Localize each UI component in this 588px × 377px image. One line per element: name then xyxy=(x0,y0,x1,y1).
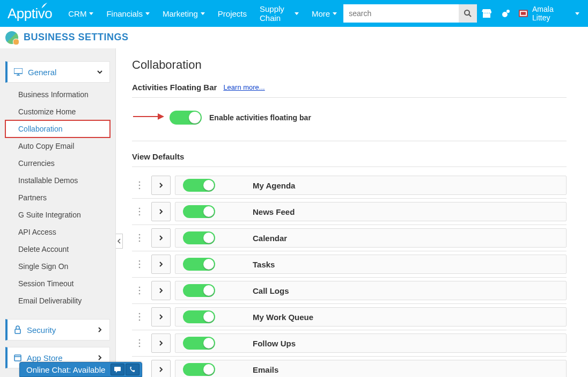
chat-call-button[interactable] xyxy=(126,364,139,375)
sidebar-item-api-access[interactable]: API Access xyxy=(5,223,110,241)
sidebar-item-installable-demos[interactable]: Installable Demos xyxy=(5,172,110,189)
nav-item-label: Financials xyxy=(106,9,143,18)
view-default-label: My Work Queue xyxy=(253,313,313,322)
enable-floating-bar-label: Enable activities floating bar xyxy=(209,113,311,122)
view-default-row: News Feed xyxy=(132,199,567,225)
svg-marker-40 xyxy=(116,371,117,373)
svg-point-2 xyxy=(502,12,508,17)
sidebar-item-delete-account[interactable]: Delete Account xyxy=(5,241,110,258)
view-default-toggle[interactable] xyxy=(183,258,215,271)
view-default-toggle[interactable] xyxy=(183,363,215,376)
nav-item-supply-chain[interactable]: Supply Chain xyxy=(253,4,305,23)
sidebar-item-customize-home[interactable]: Customize Home xyxy=(5,103,110,120)
sidebar-item-g-suite-integration[interactable]: G Suite Integration xyxy=(5,206,110,223)
svg-marker-14 xyxy=(158,113,164,120)
view-default-card: Tasks xyxy=(175,255,567,274)
monitor-icon xyxy=(14,68,23,76)
svg-point-25 xyxy=(139,264,141,265)
expand-row-button[interactable] xyxy=(151,334,171,353)
drag-handle-icon[interactable] xyxy=(132,234,147,242)
expand-row-button[interactable] xyxy=(151,255,171,274)
sidebar-item-collaboration[interactable]: Collaboration xyxy=(5,120,110,137)
user-menu[interactable]: Amala Littey xyxy=(516,5,583,22)
drag-handle-icon[interactable] xyxy=(132,286,147,295)
nav-item-crm[interactable]: CRM xyxy=(62,9,100,18)
view-default-toggle[interactable] xyxy=(183,205,215,218)
svg-point-24 xyxy=(139,260,141,262)
store-icon[interactable] xyxy=(477,0,496,27)
svg-point-29 xyxy=(139,293,141,295)
chat-icon xyxy=(114,366,121,373)
notification-icon[interactable] xyxy=(496,0,516,27)
view-default-card: Follow Ups xyxy=(175,334,567,353)
caret-down-icon xyxy=(201,12,205,15)
expand-row-button[interactable] xyxy=(151,176,171,195)
view-default-toggle[interactable] xyxy=(183,231,215,244)
svg-point-20 xyxy=(139,214,141,216)
page-breadcrumb[interactable]: BUSINESS SETTINGS xyxy=(24,32,129,43)
caret-down-icon xyxy=(575,12,579,15)
view-default-toggle[interactable] xyxy=(183,284,215,297)
sidebar-item-email-deliverability[interactable]: Email Deliverability xyxy=(5,292,110,309)
view-default-card: My Agenda xyxy=(175,176,567,195)
svg-point-34 xyxy=(139,343,141,344)
search-input[interactable] xyxy=(343,4,459,23)
svg-point-15 xyxy=(139,182,141,183)
search-group xyxy=(343,4,477,23)
svg-point-22 xyxy=(139,237,141,239)
view-defaults-list: My AgendaNews FeedCalendarTasksCall Logs… xyxy=(132,172,567,377)
drag-handle-icon[interactable] xyxy=(132,313,147,321)
chat-bar[interactable]: Online Chat: Available xyxy=(19,362,142,377)
enable-floating-bar-toggle[interactable] xyxy=(170,111,202,125)
sidebar-collapse-handle[interactable] xyxy=(116,234,123,249)
sidebar-section-security[interactable]: Security xyxy=(5,319,110,340)
view-default-card: Call Logs xyxy=(175,281,567,300)
svg-point-3 xyxy=(506,10,510,13)
sidebar-section-general[interactable]: General xyxy=(5,61,110,83)
view-default-card: Emails xyxy=(175,360,567,377)
sidebar-item-session-timeout[interactable]: Session Timeout xyxy=(5,275,110,292)
nav-item-financials[interactable]: Financials xyxy=(100,9,156,18)
expand-row-button[interactable] xyxy=(151,202,171,221)
learn-more-link[interactable]: Learn more... xyxy=(223,83,264,91)
view-default-toggle[interactable] xyxy=(183,310,215,323)
drag-handle-icon[interactable] xyxy=(132,207,147,216)
sidebar-item-business-information[interactable]: Business Information xyxy=(5,86,110,103)
svg-point-0 xyxy=(465,10,469,15)
caret-down-icon xyxy=(89,12,93,15)
view-default-row: Follow Ups xyxy=(132,330,567,357)
subheader: BUSINESS SETTINGS xyxy=(0,27,588,48)
expand-row-button[interactable] xyxy=(151,360,171,377)
enable-floating-bar-row: Enable activities floating bar xyxy=(132,107,567,141)
svg-rect-10 xyxy=(15,329,20,334)
svg-point-17 xyxy=(139,188,141,190)
flag-icon xyxy=(519,10,528,17)
chevron-down-icon xyxy=(97,69,103,75)
drag-handle-icon[interactable] xyxy=(132,339,147,347)
sidebar-item-currencies[interactable]: Currencies xyxy=(5,155,110,172)
sidebar-item-single-sign-on[interactable]: Single Sign On xyxy=(5,258,110,275)
expand-row-button[interactable] xyxy=(151,307,171,327)
view-default-toggle[interactable] xyxy=(183,337,215,350)
view-default-row: My Work Queue xyxy=(132,304,567,330)
logo[interactable]: Apptivo xyxy=(0,6,62,20)
nav-item-projects[interactable]: Projects xyxy=(211,9,253,18)
sidebar-item-partners[interactable]: Partners xyxy=(5,189,110,206)
drag-handle-icon[interactable] xyxy=(132,260,147,269)
view-default-toggle[interactable] xyxy=(183,179,215,192)
search-button[interactable] xyxy=(459,4,477,23)
view-default-label: Call Logs xyxy=(253,286,289,295)
nav-item-marketing[interactable]: Marketing xyxy=(156,9,211,18)
sidebar-section-label: Security xyxy=(27,325,97,335)
nav-item-label: Projects xyxy=(218,9,247,18)
view-default-label: My Agenda xyxy=(253,181,295,190)
sidebar-item-auto-copy-email[interactable]: Auto Copy Email xyxy=(5,137,110,155)
calendar-icon xyxy=(14,354,21,361)
view-default-card: News Feed xyxy=(175,202,567,221)
chat-message-button[interactable] xyxy=(111,364,124,375)
expand-row-button[interactable] xyxy=(151,281,171,300)
nav-item-more[interactable]: More xyxy=(305,9,343,18)
svg-rect-6 xyxy=(521,12,526,15)
expand-row-button[interactable] xyxy=(151,228,171,248)
drag-handle-icon[interactable] xyxy=(132,181,147,190)
